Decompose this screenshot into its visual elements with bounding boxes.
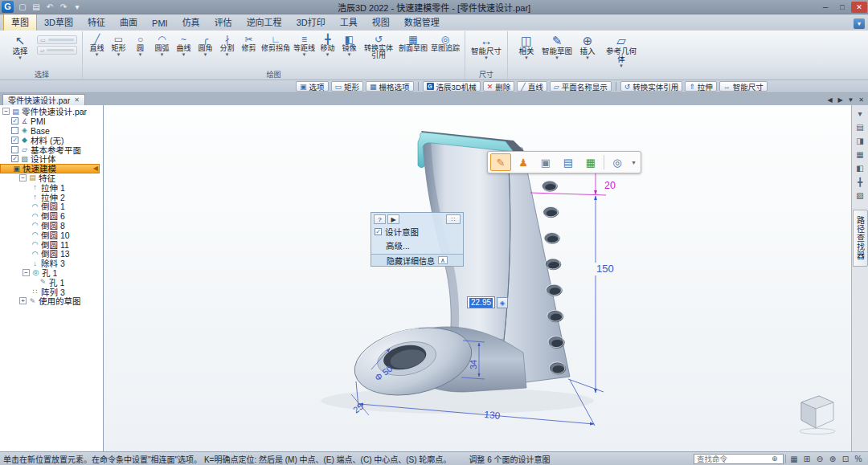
tab-pmi[interactable]: PMI <box>145 17 175 31</box>
extrude-command-button[interactable]: ⇑拉伸 <box>685 81 717 92</box>
zoom-area-icon[interactable]: ⊞ <box>800 455 813 463</box>
arc-button[interactable]: ◠圆弧▼ <box>151 32 173 57</box>
insert-button[interactable]: ⊕插入▼ <box>572 32 603 60</box>
design-intent-checkbox[interactable]: ✓ <box>375 228 382 235</box>
options-button[interactable]: ▣选项 <box>296 81 329 92</box>
window-layout-icon[interactable]: ▦ <box>788 455 800 463</box>
dim-20-label[interactable]: 20 <box>604 180 616 191</box>
checkbox[interactable] <box>11 146 18 153</box>
dock-menu-icon[interactable]: ▾ <box>858 108 862 120</box>
expander-icon[interactable]: − <box>2 108 10 115</box>
play-icon[interactable]: ▶ <box>387 214 399 224</box>
fit-view-icon[interactable]: ⊡ <box>839 455 852 463</box>
smart-dimension-command-button[interactable]: ↔智能尺寸 <box>719 81 768 92</box>
dim-150-label[interactable]: 150 <box>596 263 614 275</box>
match-properties-button[interactable]: ♟ <box>513 153 534 171</box>
tree-item-pmi[interactable]: ✓ ∡ PMI <box>0 116 103 126</box>
app-logo-icon[interactable]: G <box>2 1 14 13</box>
tab-data-management[interactable]: 数据管理 <box>397 14 447 31</box>
pattern-table-button[interactable]: ▦ <box>580 153 601 171</box>
checkbox[interactable] <box>11 127 18 134</box>
tree-item-root[interactable]: − ▤ 零件快速设计.par <box>0 107 103 116</box>
view-orientation-cube[interactable] <box>800 396 835 434</box>
tab-surface[interactable]: 曲面 <box>113 14 145 31</box>
rectangle-button[interactable]: ▭矩形▼ <box>108 32 129 57</box>
plane-name-display-button[interactable]: ▱平面名称显示 <box>550 81 612 92</box>
select-option-button[interactable]: ▭ <box>37 35 77 44</box>
close-tab-icon[interactable]: ✕ <box>74 96 80 104</box>
tab-3d-print[interactable]: 3D打印 <box>289 14 333 31</box>
convert-entities-command-button[interactable]: ↺转换实体引用 <box>620 81 683 92</box>
dimension-value-input[interactable]: 22.95 <box>467 296 495 308</box>
grid-options-button[interactable]: ▦栅格选项 <box>366 81 414 92</box>
document-tab[interactable]: 零件快速设计.par ✕ <box>2 94 85 105</box>
advanced-link[interactable]: 高级... <box>386 239 410 251</box>
layers-icon[interactable]: ◨ <box>856 135 863 147</box>
model-canvas[interactable]: 20 150 34 <box>104 105 851 451</box>
scroll-right-icon[interactable]: ▶ <box>836 96 845 104</box>
split-button[interactable]: ∤分割▼ <box>216 32 238 57</box>
command-search-input[interactable] <box>697 455 769 463</box>
smart-dimension-button[interactable]: ↔ 智能尺寸 ▼ <box>469 32 504 60</box>
tab-evaluate[interactable]: 评估 <box>207 14 240 31</box>
trim-corner-button[interactable]: ∟修剪拐角 <box>260 32 292 52</box>
curve-button[interactable]: ~曲线▼ <box>173 32 194 57</box>
move-button[interactable]: ╋移动▼ <box>317 32 338 57</box>
tab-list-icon[interactable]: ▼ <box>846 96 855 104</box>
circle-button[interactable]: ○圆▼ <box>129 32 151 57</box>
redo-icon[interactable]: ↷ <box>58 2 69 11</box>
dim-34-label[interactable]: 34 <box>469 360 478 369</box>
restore-button[interactable]: □ <box>834 2 850 13</box>
collapse-arrow-icon[interactable]: ◀ <box>93 165 99 172</box>
dimension-display-button[interactable]: ◎ <box>607 153 628 171</box>
section-sketch-button[interactable]: ▦剖面草图 <box>397 32 429 52</box>
drag-handle-icon[interactable]: ∷ <box>446 214 461 224</box>
undo-icon[interactable]: ↶ <box>44 2 55 11</box>
smart-sketch-button[interactable]: ✎智能草图▼ <box>542 32 572 60</box>
minimize-button[interactable]: ─ <box>817 2 833 13</box>
command-search[interactable]: ⊕ <box>694 454 784 464</box>
checkbox[interactable]: ✓ <box>11 155 18 162</box>
dimension-150[interactable] <box>568 196 604 393</box>
line-button[interactable]: ╱直线▼ <box>86 32 108 57</box>
new-file-icon[interactable]: ▢ <box>17 2 28 11</box>
close-button[interactable]: ✕ <box>851 2 867 13</box>
add-panel-icon[interactable]: ╋ <box>858 176 862 188</box>
face-paint-button[interactable]: ✎ <box>490 153 511 171</box>
paste-button[interactable]: ▤ <box>558 153 579 171</box>
copy-button[interactable]: ▣ <box>535 153 556 171</box>
convert-entities-button[interactable]: ↺转换实体引用 <box>360 32 397 60</box>
close-document-icon[interactable]: ✕ <box>857 96 866 104</box>
help-icon[interactable]: ? <box>374 214 386 224</box>
pathfinder-tab[interactable]: 路径查找器 <box>853 210 868 267</box>
haochen-mechanical-button[interactable]: G浩辰3D机械 <box>423 81 481 92</box>
zoom-out-icon[interactable]: ⊖ <box>813 455 826 463</box>
search-icon[interactable]: ⊕ <box>772 455 778 463</box>
relate-button[interactable]: ◫相关▼ <box>511 32 542 60</box>
dim-130-label[interactable]: 130 <box>484 409 501 422</box>
library-icon[interactable]: ◧ <box>856 162 863 174</box>
zoom-percent-icon[interactable]: % <box>852 455 865 463</box>
open-file-icon[interactable]: ▤ <box>31 2 42 11</box>
dimension-lock-icon[interactable]: ◈ <box>497 297 508 308</box>
tab-tools[interactable]: 工具 <box>333 14 365 31</box>
rectangle-toggle-button[interactable]: ▭矩形 <box>331 81 364 92</box>
reference-geometry-button[interactable]: ▱参考几何体▼ <box>603 32 640 68</box>
tab-sketch[interactable]: 草图 <box>3 13 37 31</box>
delete-button[interactable]: ✕删除 <box>483 81 515 92</box>
select-button[interactable]: ↖ 选择 ▼ <box>5 32 35 60</box>
pathfinder-icon[interactable]: ▤ <box>856 121 863 133</box>
ribbon-options-icon[interactable]: ▾ <box>854 18 865 29</box>
trim-button[interactable]: ✂修剪 <box>238 32 260 52</box>
sketch-trace-button[interactable]: ◎草图追踪 <box>429 32 461 52</box>
zoom-in-icon[interactable]: ⊕ <box>826 455 839 463</box>
offset-button[interactable]: ≡等距线▼ <box>292 32 317 57</box>
more-commands-icon[interactable]: ▾ <box>72 2 83 11</box>
expander-icon[interactable]: + <box>19 297 27 304</box>
sensors-icon[interactable]: ▦ <box>856 149 863 161</box>
expander-icon[interactable]: − <box>23 269 30 276</box>
tree-item-used-sketches[interactable]: + ✎ 使用的草图 <box>0 296 103 306</box>
dimension-value-text[interactable]: 22.95 <box>469 298 493 308</box>
fillet-button[interactable]: ╭圆角▼ <box>194 32 216 57</box>
checkbox[interactable]: ✓ <box>11 117 18 124</box>
